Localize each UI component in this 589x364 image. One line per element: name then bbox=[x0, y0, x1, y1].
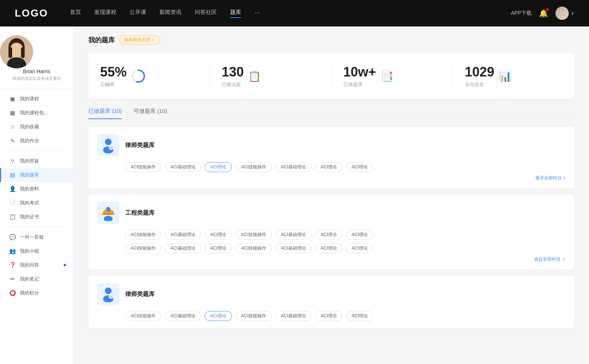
bank-icon-lawyer-2: ✓ bbox=[97, 283, 119, 305]
bank-section-lawyer-2: ✓ 律师类题库 ACI技能操作 ACI基础理论 ACI理论 ACI技能操作 AC… bbox=[88, 276, 574, 328]
tag-eng-r2-3[interactable]: ACI技能操作 bbox=[236, 243, 272, 253]
tag-lawyer2-2[interactable]: ACI理论 bbox=[205, 311, 232, 321]
tag-eng-r2-5[interactable]: ACI理论 bbox=[315, 243, 342, 253]
sidebar-item-my-qa[interactable]: ? 我的答疑 bbox=[0, 154, 73, 168]
tag-eng-r2-2[interactable]: ACI理论 bbox=[205, 243, 232, 253]
tag-lawyer2-1[interactable]: ACI基础理论 bbox=[165, 311, 201, 321]
exam-icon: 📄 bbox=[9, 200, 16, 206]
svg-rect-4 bbox=[8, 47, 12, 58]
nav-discover[interactable]: 发现课程 bbox=[94, 9, 116, 18]
sidebar-item-my-courses[interactable]: ▣ 我的课程 bbox=[0, 92, 73, 106]
tag-eng-0[interactable]: ACI技能操作 bbox=[125, 230, 161, 240]
tag-eng-4[interactable]: ACI基础理论 bbox=[275, 230, 311, 240]
tag-eng-6[interactable]: ACI理论 bbox=[346, 230, 373, 240]
sidebar-item-my-favorites[interactable]: ☆ 我的收藏 bbox=[0, 120, 73, 134]
bank-name-lawyer-2: 律师类题库 bbox=[125, 290, 155, 298]
questions-icon: ❓ bbox=[9, 262, 16, 268]
stat-value-correct-rate: 55% bbox=[100, 64, 127, 80]
nav-more[interactable]: ··· bbox=[254, 9, 260, 18]
svg-rect-14 bbox=[102, 214, 114, 215]
tag-eng-3[interactable]: ACI技能操作 bbox=[236, 230, 272, 240]
collapse-engineer-link[interactable]: 收起全部科目 ∧ bbox=[97, 256, 565, 263]
notification-dot bbox=[546, 8, 549, 11]
svg-text:✓: ✓ bbox=[110, 146, 113, 150]
tag-lawyer1-5[interactable]: ACI理论 bbox=[315, 162, 342, 172]
tag-lawyer1-0[interactable]: ACI技能操作 bbox=[125, 162, 161, 172]
menu-divider-1 bbox=[6, 151, 67, 151]
menu-divider-2 bbox=[6, 227, 67, 227]
certificate-icon: 📋 bbox=[9, 214, 16, 220]
tag-eng-r2-0[interactable]: ACI技能操作 bbox=[125, 243, 161, 253]
sidebar-item-my-certificate[interactable]: 📋 我的证书 bbox=[0, 210, 73, 224]
stat-done-questions: 130 已做试题 📋 bbox=[210, 61, 331, 92]
questions-notification-dot bbox=[64, 264, 66, 266]
tag-lawyer2-4[interactable]: ACI基础理论 bbox=[275, 311, 311, 321]
sidebar-item-my-course-packages[interactable]: ▦ 我的课程包... bbox=[0, 106, 73, 120]
stat-correct-rate: 55% 正确率 bbox=[88, 61, 210, 92]
sidebar-item-my-data[interactable]: 👤 我的资料 bbox=[0, 182, 73, 196]
done-questions-icon: 📋 bbox=[248, 70, 261, 82]
one-on-one-icon: 💬 bbox=[9, 234, 16, 240]
stat-site-rank: 1029 全站排名 📊 bbox=[453, 61, 574, 92]
bank-header-lawyer-2: ✓ 律师类题库 bbox=[97, 283, 565, 305]
sidebar-item-one-on-one[interactable]: 💬 一对一答疑 bbox=[0, 230, 73, 244]
nav-bank[interactable]: 题库 bbox=[230, 9, 241, 18]
expand-lawyer1-link[interactable]: 展开全部科目 > bbox=[97, 175, 565, 181]
stat-label-done-questions: 已做试题 bbox=[222, 81, 244, 88]
tag-eng-r2-1[interactable]: ACI基础理论 bbox=[165, 243, 201, 253]
stat-value-done-questions: 130 bbox=[222, 64, 244, 80]
courses-icon: ▣ bbox=[9, 96, 16, 102]
tag-lawyer2-3[interactable]: ACI技能操作 bbox=[236, 311, 272, 321]
tag-lawyer2-6[interactable]: ACI理论 bbox=[346, 311, 373, 321]
tag-lawyer1-2[interactable]: ACI理论 bbox=[205, 162, 232, 172]
tag-eng-r2-4[interactable]: ACI基础理论 bbox=[275, 243, 311, 253]
sidebar-item-my-points[interactable]: ⭕ 我的积分 bbox=[0, 286, 73, 300]
header: LOGO 首页 发现课程 公开课 新闻资讯 问答社区 题库 ··· APP下载 … bbox=[0, 0, 589, 26]
tag-lawyer2-0[interactable]: ACI技能操作 bbox=[125, 311, 161, 321]
homework-icon: ✎ bbox=[9, 138, 16, 144]
qa-icon: ? bbox=[9, 158, 16, 164]
stat-label-site-rank: 全站排名 bbox=[465, 81, 494, 88]
stat-value-site-rank: 1029 bbox=[465, 64, 494, 80]
nav-news[interactable]: 新闻资讯 bbox=[159, 9, 181, 18]
user-avatar-dropdown[interactable]: ∨ bbox=[556, 7, 574, 20]
sidebar: Brian Harris 错误的决定比没有决定要好 ▣ 我的课程 ▦ 我的课程包… bbox=[0, 26, 74, 364]
page-header: 我的题库 体验剩余23天！ bbox=[88, 35, 574, 44]
stat-done-banks: 10w+ 已做题库 📑 bbox=[332, 61, 453, 92]
tag-eng-5[interactable]: ACI理论 bbox=[315, 230, 342, 240]
tab-available-banks[interactable]: 可做题库 (10) bbox=[134, 108, 167, 119]
app-download-button[interactable]: APP下载 bbox=[511, 10, 532, 17]
sidebar-item-my-notes[interactable]: ✏ 我的笔记 bbox=[0, 272, 73, 286]
user-profile: Brian Harris 错误的决定比没有决定要好 bbox=[0, 35, 73, 89]
sidebar-item-my-homework[interactable]: ✎ 我的作业 bbox=[0, 134, 73, 148]
nav-home[interactable]: 首页 bbox=[70, 9, 81, 18]
tag-eng-2[interactable]: ACI理论 bbox=[205, 230, 232, 240]
favorites-icon: ☆ bbox=[9, 124, 16, 130]
sidebar-item-my-exam[interactable]: 📄 我的考试 bbox=[0, 196, 73, 210]
sidebar-item-my-questions[interactable]: ❓ 我的问答 bbox=[0, 258, 73, 272]
data-icon: 👤 bbox=[9, 186, 16, 192]
notification-bell-icon[interactable]: 🔔 bbox=[539, 9, 548, 18]
nav-qa[interactable]: 问答社区 bbox=[195, 9, 217, 18]
svg-point-16 bbox=[104, 216, 113, 221]
bank-name-engineer: 工程类题库 bbox=[125, 209, 155, 217]
profile-avatar bbox=[0, 35, 33, 68]
tab-done-banks[interactable]: 已做题库 (10) bbox=[88, 108, 122, 119]
sidebar-item-my-bank[interactable]: ▤ 我的题库 bbox=[0, 168, 73, 182]
nav-open-course[interactable]: 公开课 bbox=[130, 9, 146, 18]
tag-lawyer1-6[interactable]: ACI理论 bbox=[346, 162, 373, 172]
sidebar-item-my-group[interactable]: 👥 我的小组 bbox=[0, 244, 73, 258]
tag-lawyer1-1[interactable]: ACI基础理论 bbox=[165, 162, 201, 172]
bank-icon: ▤ bbox=[9, 172, 16, 178]
course-packages-icon: ▦ bbox=[9, 110, 16, 116]
bank-header-engineer: 工程类题库 bbox=[97, 202, 565, 224]
tag-lawyer2-5[interactable]: ACI理论 bbox=[315, 311, 342, 321]
tag-eng-1[interactable]: ACI基础理论 bbox=[165, 230, 201, 240]
trial-badge: 体验剩余23天！ bbox=[119, 35, 160, 44]
stat-label-correct-rate: 正确率 bbox=[100, 81, 127, 88]
tag-lawyer1-4[interactable]: ACI基础理论 bbox=[275, 162, 311, 172]
tag-lawyer1-3[interactable]: ACI技能操作 bbox=[236, 162, 272, 172]
sidebar-menu: ▣ 我的课程 ▦ 我的课程包... ☆ 我的收藏 ✎ 我的作业 ? 我的答疑 ▤ bbox=[0, 92, 73, 300]
tag-eng-r2-6[interactable]: ACI理论 bbox=[346, 243, 373, 253]
notes-icon: ✏ bbox=[9, 276, 16, 282]
